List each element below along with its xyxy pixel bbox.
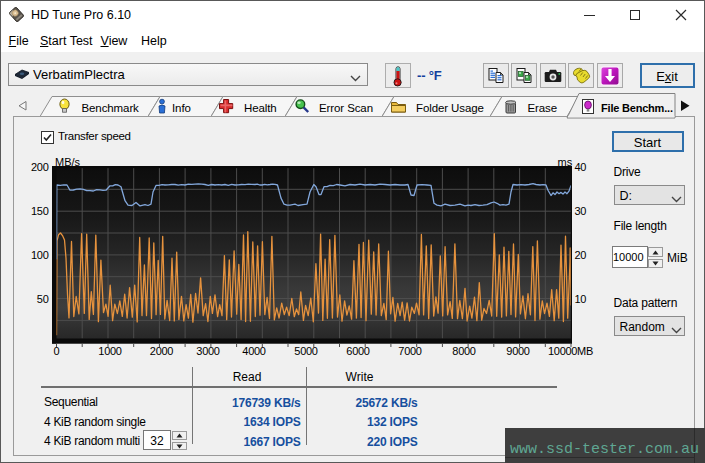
svg-text:Error Scan: Error Scan bbox=[319, 102, 373, 114]
svg-text:Info: Info bbox=[172, 102, 191, 114]
svg-text:Folder Usage: Folder Usage bbox=[416, 102, 484, 114]
svg-text:Benchmark: Benchmark bbox=[82, 102, 140, 114]
svg-text:Health: Health bbox=[244, 102, 277, 114]
svg-text:File Benchm...: File Benchm... bbox=[601, 102, 673, 114]
svg-text:Erase: Erase bbox=[528, 102, 558, 114]
